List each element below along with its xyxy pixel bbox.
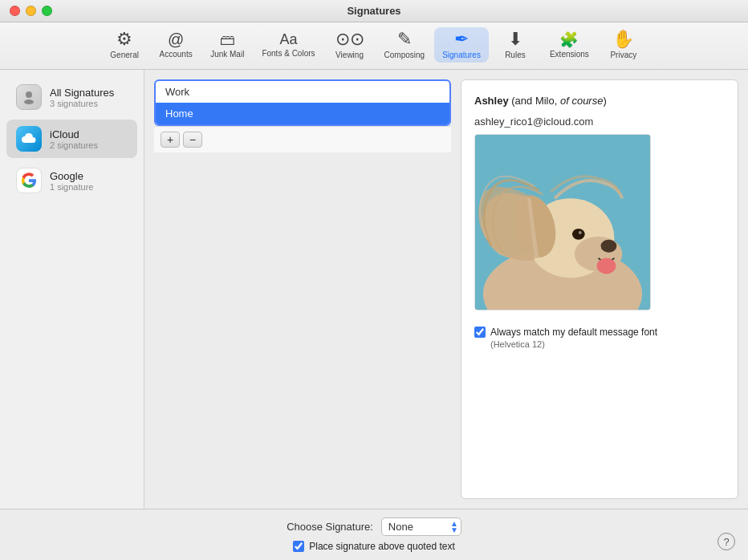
close-button[interactable] — [10, 6, 20, 16]
sidebar-all-name: All Signatures — [50, 87, 128, 99]
panels: Work Home + − Ashley (and Milo, of cours… — [154, 79, 738, 499]
toolbar: ⚙ General @ Accounts 🗃 Junk Mail Aa Font… — [0, 22, 748, 70]
signatures-icon: ✒ — [454, 30, 469, 48]
choose-signature-select[interactable]: None Work Home Random — [381, 517, 461, 536]
minimize-button[interactable] — [26, 6, 36, 16]
toolbar-item-fonts[interactable]: Aa Fonts & Colors — [254, 29, 323, 61]
help-button[interactable]: ? — [718, 533, 735, 550]
toolbar-item-general[interactable]: ⚙ General — [100, 27, 149, 63]
composing-label: Composing — [384, 51, 425, 59]
signature-preview-panel: Ashley (and Milo, of course) ashley_rico… — [461, 79, 738, 499]
toolbar-item-accounts[interactable]: @ Accounts — [151, 28, 201, 62]
preview-name-rest: (and Milo, — [509, 95, 560, 107]
sidebar-item-icloud[interactable]: iCloud 2 signatures — [6, 120, 137, 158]
signatures-list[interactable]: Work Home — [156, 81, 449, 124]
accounts-icon: @ — [168, 31, 184, 47]
font-match-label: Always match my default message font — [490, 327, 657, 338]
sidebar-item-all-signatures[interactable]: All Signatures 3 signatures — [6, 78, 137, 116]
toolbar-item-extensions[interactable]: 🧩 Extensions — [542, 29, 597, 62]
signatures-list-panel: Work Home — [154, 79, 451, 126]
svg-point-9 — [579, 230, 582, 233]
font-match-row: Always match my default message font — [474, 327, 657, 338]
rules-label: Rules — [505, 51, 526, 59]
choose-signature-row: Choose Signature: None Work Home Random … — [287, 517, 461, 536]
sidebar-all-count: 3 signatures — [50, 99, 128, 108]
titlebar: Signatures — [0, 0, 748, 22]
preview-name-italic: of course — [560, 95, 603, 107]
font-hint: (Helvetica 12) — [490, 339, 545, 349]
icloud-avatar — [16, 126, 42, 152]
privacy-icon: ✋ — [612, 30, 634, 48]
all-signatures-avatar — [16, 84, 42, 110]
viewing-label: Viewing — [335, 51, 364, 59]
signatures-label: Signatures — [442, 51, 481, 59]
extensions-label: Extensions — [550, 50, 589, 59]
toolbar-item-viewing[interactable]: ⊙⊙ Viewing — [325, 27, 375, 63]
google-avatar — [16, 168, 42, 193]
general-icon: ⚙ — [116, 30, 132, 48]
remove-signature-button[interactable]: − — [183, 132, 202, 148]
sig-list-actions: + − — [154, 126, 451, 152]
svg-point-0 — [26, 91, 32, 98]
rules-icon: ⬇ — [508, 30, 522, 48]
sidebar-icloud-text: iCloud 2 signatures — [50, 128, 128, 150]
privacy-label: Privacy — [610, 51, 636, 59]
add-signature-button[interactable]: + — [161, 132, 180, 148]
general-label: General — [110, 51, 139, 59]
toolbar-item-composing[interactable]: ✎ Composing — [376, 27, 433, 63]
toolbar-item-rules[interactable]: ⬇ Rules — [490, 27, 540, 63]
sidebar-item-google[interactable]: Google 1 signature — [6, 161, 137, 200]
sig-list-container: Work Home + − — [154, 79, 451, 499]
above-quoted-row: Place signature above quoted text — [293, 541, 454, 552]
content-area: Work Home + − Ashley (and Milo, of cours… — [144, 70, 748, 509]
sidebar-google-name: Google — [50, 170, 128, 182]
sidebar-google-text: Google 1 signature — [50, 170, 128, 192]
toolbar-item-signatures[interactable]: ✒ Signatures — [434, 27, 489, 63]
junkmail-icon: 🗃 — [220, 32, 235, 47]
sidebar-icloud-count: 2 signatures — [50, 140, 128, 150]
window-title: Signatures — [347, 5, 400, 17]
preview-name-end: ) — [603, 95, 606, 107]
sidebar-all-text: All Signatures 3 signatures — [50, 87, 128, 108]
choose-signature-select-wrapper: None Work Home Random ▲ ▼ — [381, 517, 461, 536]
viewing-icon: ⊙⊙ — [335, 30, 364, 48]
toolbar-item-junkmail[interactable]: 🗃 Junk Mail — [202, 29, 252, 62]
choose-signature-label: Choose Signature: — [287, 521, 373, 533]
window-controls — [10, 6, 52, 16]
junkmail-label: Junk Mail — [210, 50, 244, 59]
svg-point-8 — [572, 228, 585, 239]
bottom-bar: Choose Signature: None Work Home Random … — [0, 509, 748, 560]
above-quoted-label: Place signature above quoted text — [309, 541, 454, 552]
signature-item-work[interactable]: Work — [156, 81, 449, 103]
maximize-button[interactable] — [42, 6, 52, 16]
preview-name-bold: Ashley — [474, 95, 509, 107]
sidebar-google-count: 1 signature — [50, 182, 128, 192]
toolbar-item-privacy[interactable]: ✋ Privacy — [599, 27, 648, 63]
font-match-area: Always match my default message font (He… — [474, 327, 725, 349]
preview-name-line: Ashley (and Milo, of course) — [474, 93, 725, 109]
composing-icon: ✎ — [397, 30, 412, 48]
accounts-sidebar: All Signatures 3 signatures iCloud 2 sig… — [0, 70, 144, 509]
sidebar-icloud-name: iCloud — [50, 128, 128, 140]
svg-point-6 — [601, 239, 617, 252]
preview-email: ashley_rico1@icloud.com — [474, 116, 725, 128]
fonts-label: Fonts & Colors — [262, 49, 315, 58]
signature-item-home[interactable]: Home — [156, 103, 449, 124]
signature-dog-image — [474, 134, 651, 310]
fonts-icon: Aa — [279, 32, 297, 47]
svg-point-1 — [24, 99, 34, 104]
font-match-checkbox[interactable] — [474, 327, 486, 338]
above-quoted-checkbox[interactable] — [293, 541, 304, 552]
accounts-label: Accounts — [160, 50, 193, 59]
main-content: All Signatures 3 signatures iCloud 2 sig… — [0, 70, 748, 509]
extensions-icon: 🧩 — [559, 32, 579, 47]
svg-point-7 — [597, 258, 616, 274]
